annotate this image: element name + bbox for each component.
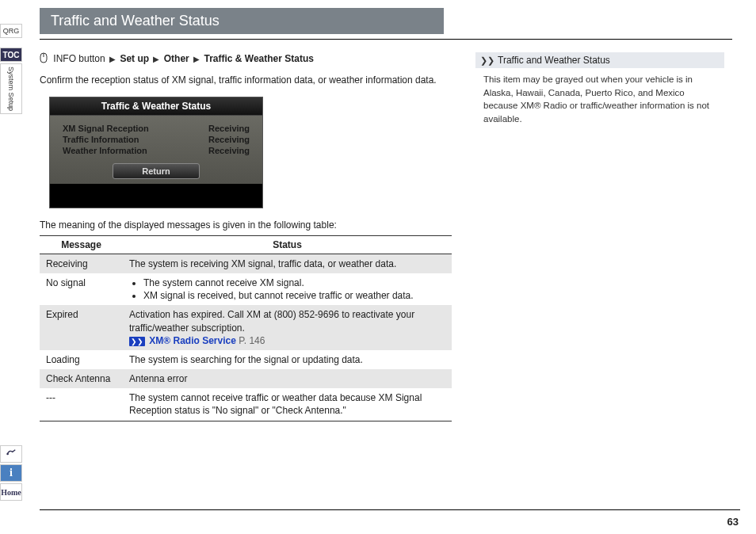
cell-message: Check Antenna xyxy=(40,369,123,388)
cell-message: Expired xyxy=(40,305,123,350)
tab-toc[interactable]: TOC xyxy=(0,48,22,62)
device-row-value: Receiving xyxy=(208,135,250,144)
left-gutter: QRG TOC System Setup i Home xyxy=(0,0,33,534)
cell-status: The system is searching for the signal o… xyxy=(123,350,452,369)
device-title: Traffic & Weather Status xyxy=(50,97,262,116)
chevron-right-icon: ▶ xyxy=(109,55,116,63)
crumb-item: Traffic & Weather Status xyxy=(204,53,313,64)
table-row: Check Antenna Antenna error xyxy=(40,369,452,388)
sidebar-note-title: ❯❯Traffic and Weather Status xyxy=(475,52,724,68)
cell-status: Activation has expired. Call XM at (800)… xyxy=(123,305,452,350)
tab-section[interactable]: System Setup xyxy=(0,63,22,114)
info-icon[interactable]: i xyxy=(0,464,22,482)
device-bottom-bar xyxy=(50,184,262,208)
mouse-icon xyxy=(40,52,48,66)
sidebar-column: ❯❯Traffic and Weather Status This item m… xyxy=(475,52,732,421)
crumb-info: INFO button xyxy=(53,53,105,64)
intro-text: Confirm the reception status of XM signa… xyxy=(40,74,452,87)
xref-link[interactable]: XM® Radio Service xyxy=(149,335,236,346)
main-column: INFO button ▶ Set up ▶ Other ▶ Traffic &… xyxy=(40,52,452,421)
home-icon[interactable]: Home xyxy=(0,483,22,501)
table-header-status: Status xyxy=(123,235,452,254)
header-rule xyxy=(40,39,732,40)
double-chevron-icon: ❯❯ xyxy=(480,55,494,65)
device-row-label: XM Signal Reception xyxy=(63,124,149,133)
page-number: 63 xyxy=(727,516,739,528)
device-row: Traffic Information Receiving xyxy=(63,135,250,144)
device-row-label: Traffic Information xyxy=(63,135,139,144)
table-intro: The meaning of the displayed messages is… xyxy=(40,219,452,231)
device-row-value: Receiving xyxy=(208,124,250,133)
crumb-other: Other xyxy=(164,53,189,64)
cell-status: The system cannot receive traffic or wea… xyxy=(123,388,452,421)
table-row: Loading The system is searching for the … xyxy=(40,350,452,369)
device-return-button: Return xyxy=(113,163,200,179)
status-text: Activation has expired. Call XM at (800)… xyxy=(129,309,414,333)
cell-message: Loading xyxy=(40,350,123,369)
cell-status: Antenna error xyxy=(123,369,452,388)
table-row: --- The system cannot receive traffic or… xyxy=(40,388,452,421)
sidebar-note-body: This item may be grayed out when your ve… xyxy=(475,73,724,126)
crumb-setup: Set up xyxy=(120,53,149,64)
xref-icon: ❯❯ xyxy=(129,337,145,346)
cell-message: No signal xyxy=(40,273,123,305)
table-row: Receiving The system is receiving XM sig… xyxy=(40,254,452,273)
svg-point-0 xyxy=(6,453,9,456)
footer-rule xyxy=(40,509,740,510)
breadcrumb: INFO button ▶ Set up ▶ Other ▶ Traffic &… xyxy=(40,52,452,66)
gutter-icon-group: i Home xyxy=(0,444,22,502)
xref-page: P. 146 xyxy=(239,335,265,346)
cell-status: The system is receiving XM signal, traff… xyxy=(123,254,452,273)
device-row: XM Signal Reception Receiving xyxy=(63,124,250,133)
device-row-value: Receiving xyxy=(208,146,250,155)
cell-status: The system cannot receive XM signal. XM … xyxy=(123,273,452,305)
status-bullet: The system cannot receive XM signal. xyxy=(143,277,445,289)
page-content: Traffic and Weather Status INFO button ▶… xyxy=(40,0,756,429)
table-header-message: Message xyxy=(40,235,123,254)
cell-message: --- xyxy=(40,388,123,421)
cell-message: Receiving xyxy=(40,254,123,273)
status-table: Message Status Receiving The system is r… xyxy=(40,235,452,421)
table-row: No signal The system cannot receive XM s… xyxy=(40,273,452,305)
device-body: XM Signal Reception Receiving Traffic In… xyxy=(50,116,262,184)
voice-icon[interactable] xyxy=(0,445,22,463)
page-title: Traffic and Weather Status xyxy=(40,8,444,34)
chevron-right-icon: ▶ xyxy=(153,55,159,63)
chevron-right-icon: ▶ xyxy=(193,55,200,63)
device-screenshot: Traffic & Weather Status XM Signal Recep… xyxy=(49,97,263,208)
status-bullet: XM signal is received, but cannot receiv… xyxy=(143,289,445,302)
tab-qrg[interactable]: QRG xyxy=(0,24,22,38)
table-row: Expired Activation has expired. Call XM … xyxy=(40,305,452,350)
device-row: Weather Information Receiving xyxy=(63,146,250,155)
device-row-label: Weather Information xyxy=(63,146,147,155)
